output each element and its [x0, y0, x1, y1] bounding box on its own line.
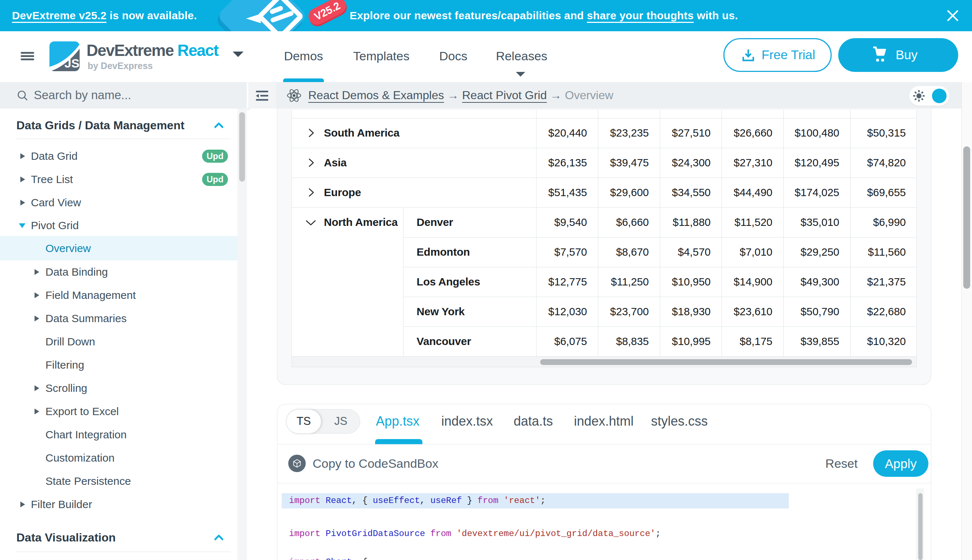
svg-text:JS: JS: [64, 56, 80, 70]
